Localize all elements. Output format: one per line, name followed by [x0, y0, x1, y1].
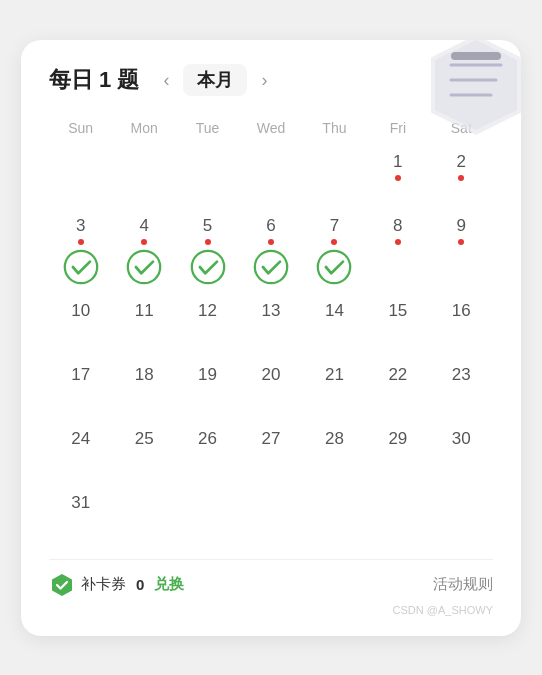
day-cell[interactable]: 2: [430, 146, 493, 208]
check-icon: [63, 249, 99, 289]
svg-point-9: [255, 250, 287, 282]
weekday-label: Tue: [176, 116, 239, 140]
day-cell[interactable]: 27: [239, 423, 302, 485]
svg-rect-5: [451, 52, 501, 60]
svg-marker-11: [52, 574, 72, 596]
day-cell[interactable]: 6: [239, 210, 302, 293]
activity-dot: [205, 239, 211, 245]
day-cell[interactable]: 19: [176, 359, 239, 421]
month-label: 本月: [183, 64, 247, 96]
day-number: 17: [71, 365, 90, 385]
day-number: 1: [393, 152, 402, 172]
day-cell[interactable]: 14: [303, 295, 366, 357]
calendar: SunMonTueWedThuFriSat 123 4 5 6 7 891011…: [49, 116, 493, 549]
coupon-icon: [49, 572, 75, 598]
svg-point-6: [65, 250, 97, 282]
check-icon: [253, 249, 289, 289]
activity-dot: [458, 175, 464, 181]
day-number: 21: [325, 365, 344, 385]
day-cell[interactable]: 4: [112, 210, 175, 293]
weekday-label: Sun: [49, 116, 112, 140]
coupon-count: 0: [136, 576, 144, 593]
watermark: CSDN @A_SHOWY: [49, 604, 493, 616]
day-cell[interactable]: 10: [49, 295, 112, 357]
check-icon: [316, 249, 352, 289]
activity-dot: [395, 239, 401, 245]
day-cell[interactable]: 28: [303, 423, 366, 485]
weekday-label: Mon: [112, 116, 175, 140]
day-cell[interactable]: 9: [430, 210, 493, 293]
day-number: 3: [76, 216, 85, 236]
day-cell[interactable]: 5: [176, 210, 239, 293]
day-number: 16: [452, 301, 471, 321]
day-number: 29: [388, 429, 407, 449]
check-icon: [126, 249, 162, 289]
activity-dot: [78, 239, 84, 245]
coupon-area: 补卡券 0 兑换: [49, 572, 433, 598]
day-number: 12: [198, 301, 217, 321]
day-number: 19: [198, 365, 217, 385]
prev-month-button[interactable]: ‹: [157, 69, 175, 91]
day-number: 25: [135, 429, 154, 449]
day-number: 14: [325, 301, 344, 321]
activity-dot: [395, 175, 401, 181]
day-cell[interactable]: 15: [366, 295, 429, 357]
day-cell[interactable]: 1: [366, 146, 429, 208]
day-number: 13: [262, 301, 281, 321]
activity-dot: [458, 239, 464, 245]
check-icon: [190, 249, 226, 289]
day-cell[interactable]: 18: [112, 359, 175, 421]
day-number: 10: [71, 301, 90, 321]
day-number: 2: [457, 152, 466, 172]
month-nav: ‹ 本月 ›: [157, 64, 273, 96]
day-cell[interactable]: 23: [430, 359, 493, 421]
day-number: 22: [388, 365, 407, 385]
day-cell[interactable]: 20: [239, 359, 302, 421]
day-cell[interactable]: 30: [430, 423, 493, 485]
day-cell: [49, 146, 112, 208]
exchange-button[interactable]: 兑换: [154, 575, 184, 594]
weekday-label: Thu: [303, 116, 366, 140]
day-cell[interactable]: 16: [430, 295, 493, 357]
day-number: 8: [393, 216, 402, 236]
day-cell[interactable]: 24: [49, 423, 112, 485]
day-number: 20: [262, 365, 281, 385]
day-cell[interactable]: 7: [303, 210, 366, 293]
day-cell[interactable]: 17: [49, 359, 112, 421]
days-grid: 123 4 5 6 7 8910111213141516171819202122…: [49, 146, 493, 549]
coupon-label: 补卡券: [81, 575, 126, 594]
day-number: 23: [452, 365, 471, 385]
calendar-card: 每日 1 题 ‹ 本月 › SunMonTueWedThuFriSat 123 …: [21, 40, 521, 636]
day-number: 4: [139, 216, 148, 236]
day-cell[interactable]: 26: [176, 423, 239, 485]
rules-link[interactable]: 活动规则: [433, 575, 493, 594]
next-month-button[interactable]: ›: [255, 69, 273, 91]
day-number: 28: [325, 429, 344, 449]
day-number: 18: [135, 365, 154, 385]
day-number: 9: [457, 216, 466, 236]
svg-point-7: [128, 250, 160, 282]
day-number: 6: [266, 216, 275, 236]
day-number: 15: [388, 301, 407, 321]
day-number: 30: [452, 429, 471, 449]
day-cell[interactable]: 25: [112, 423, 175, 485]
day-cell[interactable]: 21: [303, 359, 366, 421]
day-cell[interactable]: 8: [366, 210, 429, 293]
activity-dot: [141, 239, 147, 245]
day-cell[interactable]: 12: [176, 295, 239, 357]
activity-dot: [331, 239, 337, 245]
day-cell: [303, 146, 366, 208]
day-cell[interactable]: 3: [49, 210, 112, 293]
day-cell[interactable]: 22: [366, 359, 429, 421]
day-number: 5: [203, 216, 212, 236]
day-cell[interactable]: 29: [366, 423, 429, 485]
day-cell[interactable]: 31: [49, 487, 112, 549]
day-number: 27: [262, 429, 281, 449]
day-cell[interactable]: 11: [112, 295, 175, 357]
weekday-label: Wed: [239, 116, 302, 140]
footer: 补卡券 0 兑换 活动规则: [49, 559, 493, 598]
day-number: 7: [330, 216, 339, 236]
day-cell: [176, 146, 239, 208]
day-cell[interactable]: 13: [239, 295, 302, 357]
day-number: 24: [71, 429, 90, 449]
